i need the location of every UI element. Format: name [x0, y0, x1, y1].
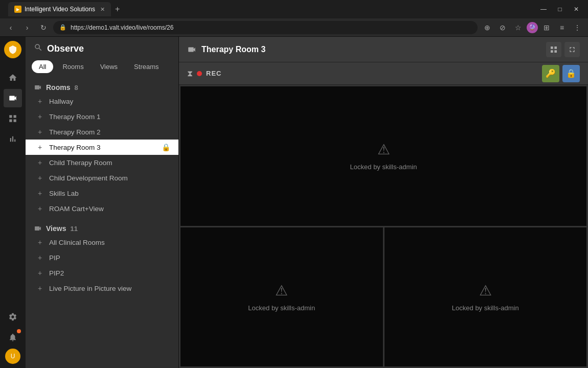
rail-settings-icon[interactable]: [4, 308, 22, 326]
rec-bar-left: ⧗ REC: [187, 69, 221, 78]
toolbar-icons: ⊕ ⊘ ☆ 🔮 ⊞ ≡ ⋮: [481, 21, 584, 34]
extensions-icon[interactable]: ⊞: [540, 21, 553, 34]
shield-icon[interactable]: ⊘: [496, 21, 509, 34]
lock-icon: 🔒: [162, 143, 170, 151]
search-icon: [34, 43, 43, 54]
room-label: ROAM Cart+View: [49, 205, 170, 213]
tab-close-btn[interactable]: ✕: [100, 6, 105, 13]
url-text: https://demo1.valt.video/live/rooms/26: [71, 24, 173, 31]
locked-text-2: Locked by skills-admin: [248, 304, 315, 312]
plus-icon: +: [38, 174, 45, 182]
views-count: 11: [70, 225, 77, 233]
url-bar[interactable]: 🔒 https://demo1.valt.video/live/rooms/26: [53, 21, 478, 34]
room-label: Live Picture in Picture view: [49, 285, 170, 292]
maximize-button[interactable]: □: [552, 2, 568, 16]
sidebar-title: Observe: [47, 43, 84, 54]
rec-bar: ⧗ REC 🔑 🔒: [179, 62, 588, 85]
locked-text-3: Locked by skills-admin: [452, 304, 519, 312]
plus-icon: +: [38, 189, 45, 197]
user-avatar[interactable]: U: [5, 349, 20, 364]
plus-icon: +: [38, 204, 45, 213]
room-item-skills-lab[interactable]: + Skills Lab: [26, 186, 178, 201]
main-content: Therapy Room 3 ⧗ REC 🔑 🔒: [179, 37, 588, 368]
profile-icon[interactable]: ⊕: [481, 21, 494, 34]
sidebar-toggle-icon[interactable]: ≡: [555, 21, 569, 34]
key-button[interactable]: 🔑: [542, 65, 559, 82]
tab-rooms[interactable]: Rooms: [55, 60, 91, 73]
new-tab-button[interactable]: +: [113, 5, 122, 14]
room-label: PIP2: [49, 269, 170, 277]
room-item-hallway[interactable]: + Hallway: [26, 94, 178, 109]
sidebar-header: Observe: [26, 37, 178, 58]
plus-icon: +: [38, 112, 45, 121]
rooms-count: 8: [74, 84, 78, 91]
room-label: Child Therapy Room: [49, 159, 170, 167]
room-item-roam[interactable]: + ROAM Cart+View: [26, 201, 178, 216]
header-cam-icon: [187, 45, 196, 54]
views-section-header: Views 11: [26, 220, 178, 235]
room-label: Therapy Room 1: [49, 113, 170, 121]
url-lock-icon: 🔒: [59, 24, 66, 31]
room-item-child-dev[interactable]: + Child Development Room: [26, 170, 178, 186]
rec-bar-right: 🔑 🔒: [542, 65, 580, 82]
rail-bottom: U: [4, 308, 22, 368]
refresh-button[interactable]: ↻: [37, 21, 50, 34]
sidebar-content: Rooms 8 + Hallway + Therapy Room 1 + The…: [26, 77, 178, 368]
rail-camera-icon[interactable]: [4, 89, 22, 107]
rooms-label: Rooms: [46, 83, 70, 91]
menu-icon[interactable]: ⋮: [571, 21, 584, 34]
warning-icon: [377, 141, 390, 158]
active-tab[interactable]: ▶ Intelligent Video Solutions ✕: [8, 2, 111, 16]
hourglass-icon: ⧗: [187, 69, 193, 78]
locked-text-1: Locked by skills-admin: [350, 163, 417, 171]
header-title: Therapy Room 3: [201, 45, 541, 54]
room-label: All Clinical Rooms: [49, 239, 170, 246]
room-item-child-therapy[interactable]: + Child Therapy Room: [26, 155, 178, 170]
minimize-button[interactable]: —: [536, 2, 551, 16]
rail-home-icon[interactable]: [4, 68, 22, 87]
layout-button[interactable]: [546, 42, 561, 57]
view-item-pip2[interactable]: + PIP2: [26, 265, 178, 281]
video-cell-1: Locked by skills-admin: [180, 86, 586, 226]
window-controls: — □ ✕: [536, 2, 584, 16]
browser-titlebar: ▶ Intelligent Video Solutions ✕ + — □ ✕: [0, 0, 588, 18]
tab-all[interactable]: All: [32, 60, 53, 73]
rail-notification-icon[interactable]: [4, 328, 22, 347]
room-label: Therapy Room 3: [49, 144, 157, 151]
extension-icon[interactable]: 🔮: [527, 22, 538, 33]
plus-icon: +: [38, 254, 45, 262]
video-cell-3: Locked by skills-admin: [385, 227, 587, 367]
view-item-pip[interactable]: + PIP: [26, 250, 178, 265]
room-item-therapy2[interactable]: + Therapy Room 2: [26, 124, 178, 140]
plus-icon: +: [38, 269, 45, 277]
warning-icon: [275, 282, 288, 299]
notification-badge: [17, 329, 21, 333]
plus-icon: +: [38, 238, 45, 246]
close-button[interactable]: ✕: [569, 2, 584, 16]
lock-button[interactable]: 🔒: [562, 65, 580, 82]
tab-views[interactable]: Views: [93, 60, 125, 73]
rail-chart-icon[interactable]: [4, 130, 22, 148]
fullscreen-button[interactable]: [564, 42, 580, 57]
room-item-therapy1[interactable]: + Therapy Room 1: [26, 109, 178, 124]
view-item-all-clinical[interactable]: + All Clinical Rooms: [26, 235, 178, 250]
rec-label: REC: [206, 70, 221, 77]
room-label: Child Development Room: [49, 174, 170, 182]
plus-icon: +: [38, 284, 45, 292]
room-label: Therapy Room 2: [49, 128, 170, 136]
rail-grid-icon[interactable]: [4, 109, 22, 128]
room-label: Skills Lab: [49, 190, 170, 197]
rooms-section-header: Rooms 8: [26, 79, 178, 94]
room-label: PIP: [49, 254, 170, 262]
back-button[interactable]: ‹: [4, 21, 17, 34]
tab-bar: ▶ Intelligent Video Solutions ✕ +: [8, 2, 532, 16]
tab-streams[interactable]: Streams: [127, 60, 166, 73]
app-logo: [4, 41, 21, 58]
tab-favicon: ▶: [14, 6, 21, 13]
favorite-icon[interactable]: ☆: [511, 21, 525, 34]
plus-icon: +: [38, 97, 45, 105]
room-item-therapy3[interactable]: + Therapy Room 3 🔒: [26, 140, 178, 155]
view-item-live-pip[interactable]: + Live Picture in Picture view: [26, 281, 178, 296]
video-cell-2: Locked by skills-admin: [180, 227, 383, 367]
forward-button[interactable]: ›: [20, 21, 34, 34]
